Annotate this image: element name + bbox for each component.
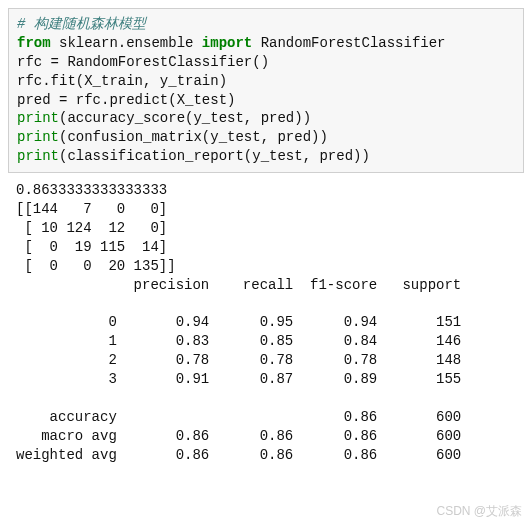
report-weighted-row: weighted avg 0.86 0.86 0.86 600 xyxy=(16,447,461,463)
code-args: (confusion_matrix(y_test, pred)) xyxy=(59,129,328,145)
fn-print: print xyxy=(17,110,59,126)
code-comment: # 构建随机森林模型 xyxy=(17,16,146,32)
code-cell: # 构建随机森林模型 from sklearn.ensemble import … xyxy=(8,8,524,173)
code-class: RandomForestClassifier xyxy=(252,35,445,51)
report-row: 1 0.83 0.85 0.84 146 xyxy=(16,333,461,349)
confusion-matrix-row: [ 0 19 115 14] xyxy=(16,239,167,255)
fn-print: print xyxy=(17,148,59,164)
report-row: 2 0.78 0.78 0.78 148 xyxy=(16,352,461,368)
code-line: rfc = RandomForestClassifier() xyxy=(17,54,269,70)
confusion-matrix-row: [ 0 0 20 135]] xyxy=(16,258,176,274)
report-row: 0 0.94 0.95 0.94 151 xyxy=(16,314,461,330)
accuracy-value: 0.8633333333333333 xyxy=(16,182,167,198)
report-row: 3 0.91 0.87 0.89 155 xyxy=(16,371,461,387)
report-accuracy-row: accuracy 0.86 600 xyxy=(16,409,461,425)
code-module: sklearn.ensemble xyxy=(51,35,202,51)
code-line: rfc.fit(X_train, y_train) xyxy=(17,73,227,89)
report-header: precision recall f1-score support xyxy=(16,277,461,293)
report-macro-row: macro avg 0.86 0.86 0.86 600 xyxy=(16,428,461,444)
code-args: (accuracy_score(y_test, pred)) xyxy=(59,110,311,126)
fn-print: print xyxy=(17,129,59,145)
kw-from: from xyxy=(17,35,51,51)
confusion-matrix-row: [ 10 124 12 0] xyxy=(16,220,167,236)
output-cell: 0.8633333333333333 [[144 7 0 0] [ 10 124… xyxy=(8,173,524,464)
code-line: pred = rfc.predict(X_test) xyxy=(17,92,235,108)
code-args: (classification_report(y_test, pred)) xyxy=(59,148,370,164)
watermark: CSDN @艾派森 xyxy=(436,503,522,519)
confusion-matrix-row: [[144 7 0 0] xyxy=(16,201,167,217)
kw-import: import xyxy=(202,35,252,51)
